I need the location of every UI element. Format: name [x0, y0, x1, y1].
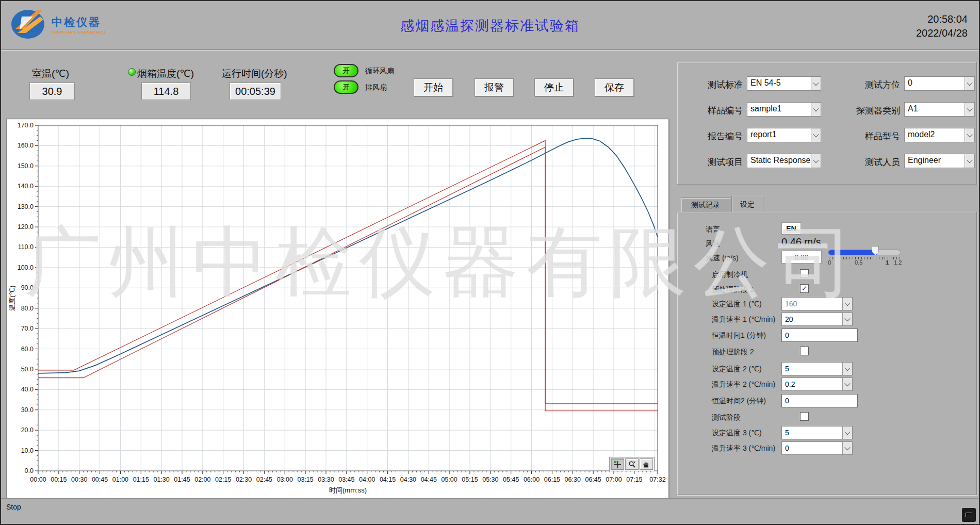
- svg-text:02:45: 02:45: [256, 476, 272, 483]
- svg-text:60.0: 60.0: [21, 346, 34, 353]
- circulation-fan-label: 循环风扇: [365, 67, 394, 76]
- chevron-down-icon[interactable]: [965, 128, 974, 142]
- stage1-label: 预处理阶段 1: [712, 285, 754, 294]
- svg-text:20.0: 20.0: [21, 426, 34, 434]
- hand-icon: [643, 461, 650, 468]
- detector-class-combo[interactable]: A1: [904, 102, 975, 117]
- status-row: 室温(℃) 30.9 烟箱温度(℃) 114.8 运行时间(分秒) 00:05:…: [1, 51, 672, 116]
- chevron-down-icon[interactable]: [842, 442, 852, 454]
- svg-text:140.0: 140.0: [18, 183, 34, 190]
- ramp2-combo[interactable]: 0.2: [781, 378, 853, 391]
- svg-text:160.0: 160.0: [18, 142, 34, 149]
- svg-text:03:45: 03:45: [338, 476, 354, 483]
- bottom-status-bar: Stop: [1, 498, 979, 524]
- hold2-input[interactable]: [781, 394, 858, 407]
- header: 中检仪器 ZHON-JIAN GUANGZHOU 感烟感温探测器标准试验箱 20…: [1, 1, 979, 50]
- circulation-fan-toggle[interactable]: 开: [334, 64, 358, 77]
- stop-button[interactable]: 停止: [534, 78, 574, 96]
- ramp1-value: 20: [782, 313, 842, 325]
- slider-track[interactable]: [828, 250, 901, 255]
- svg-text:00:00: 00:00: [30, 476, 46, 483]
- ramp1-label: 温升速率 1 (℃/min): [712, 315, 775, 324]
- sample-model-combo[interactable]: model2: [904, 128, 975, 142]
- svg-text:40.0: 40.0: [21, 386, 34, 393]
- wind-speed-input[interactable]: [781, 251, 822, 264]
- set-temp1-combo[interactable]: 160: [781, 297, 853, 310]
- svg-text:04:00: 04:00: [359, 476, 375, 483]
- svg-text:80.0: 80.0: [21, 305, 34, 312]
- tester-combo[interactable]: Engineer: [904, 154, 975, 168]
- form-label: 测试项目: [677, 156, 743, 168]
- tester-value: Engineer: [905, 154, 965, 168]
- chart-canvas: 0.010.020.030.040.050.060.070.080.090.01…: [7, 119, 668, 498]
- chevron-down-icon[interactable]: [842, 298, 852, 310]
- set-temp2-combo[interactable]: 5: [781, 362, 853, 375]
- svg-text:110.0: 110.0: [18, 243, 34, 251]
- svg-text:0.0: 0.0: [25, 467, 34, 474]
- svg-text:70.0: 70.0: [21, 325, 34, 332]
- cursor-crosshair-button[interactable]: [611, 458, 624, 470]
- ramp2-value: 0.2: [782, 378, 842, 390]
- tab-records[interactable]: 测试记录: [681, 198, 730, 212]
- svg-text:00:45: 00:45: [92, 476, 108, 483]
- hold1-input[interactable]: [781, 329, 858, 342]
- svg-text:120.0: 120.0: [18, 223, 34, 231]
- room-temp-value: 30.9: [29, 83, 75, 100]
- language-button[interactable]: EN: [781, 222, 801, 235]
- chevron-down-icon[interactable]: [842, 426, 852, 439]
- svg-text:03:30: 03:30: [318, 476, 334, 483]
- status-text: Stop: [6, 503, 21, 511]
- chamber-temp-value: 114.8: [141, 83, 191, 100]
- form-label: 样品编号: [677, 105, 743, 117]
- settings-content: 语言 EN 风速 0.46 m/s 风速 (m/s) 0 0.5 1 1.2 启…: [677, 212, 977, 495]
- slider-tick-label: 1: [886, 259, 889, 266]
- slider-fill: [828, 250, 877, 255]
- hold1-label: 恒温时间1 (分钟): [712, 331, 766, 340]
- set-temp3-combo[interactable]: 5: [781, 426, 853, 439]
- set-temp3-value: 5: [782, 426, 842, 439]
- ramp3-value: 0: [782, 442, 842, 454]
- test-stage-checkbox[interactable]: [800, 412, 809, 421]
- svg-text:01:45: 01:45: [174, 476, 190, 483]
- language-label: 语言: [706, 225, 720, 234]
- temperature-chart: 0.010.020.030.040.050.060.070.080.090.01…: [6, 119, 669, 499]
- zoom-tool-button[interactable]: [625, 458, 639, 470]
- svg-text:30.0: 30.0: [21, 406, 34, 414]
- svg-text:02:15: 02:15: [215, 476, 231, 483]
- chevron-down-icon[interactable]: [965, 77, 974, 90]
- set-temp1-label: 设定温度 1 (℃): [712, 300, 762, 309]
- svg-text:170.0: 170.0: [18, 122, 34, 129]
- svg-text:04:30: 04:30: [400, 476, 416, 483]
- pan-tool-button[interactable]: [640, 458, 653, 470]
- test-info-form: 测试标准 EN 54-5 测试方位 0 样品编号 sample1 探测器类别 A…: [677, 62, 977, 185]
- svg-text:07:00: 07:00: [606, 476, 622, 483]
- start-button[interactable]: 开始: [414, 78, 453, 96]
- chevron-down-icon[interactable]: [842, 378, 852, 390]
- page-title: 感烟感温探测器标准试验箱: [1, 17, 979, 35]
- stage1-checkbox[interactable]: ✓: [800, 284, 809, 293]
- tab-settings[interactable]: 设定: [731, 196, 763, 212]
- test-orientation-combo[interactable]: 0: [904, 76, 975, 91]
- save-button[interactable]: 保存: [595, 78, 634, 96]
- ramp1-combo[interactable]: 20: [781, 313, 853, 326]
- chevron-down-icon[interactable]: [965, 103, 974, 116]
- runtime-value: 00:05:39: [230, 83, 281, 100]
- wind-speed-slider[interactable]: 0 0.5 1 1.2: [828, 245, 901, 266]
- svg-text:05:30: 05:30: [482, 476, 498, 483]
- svg-text:03:15: 03:15: [297, 476, 313, 483]
- magnifier-icon: [628, 461, 636, 468]
- chamber-temp-label: 烟箱温度(℃): [137, 67, 194, 80]
- chevron-down-icon[interactable]: [842, 313, 852, 325]
- chevron-down-icon[interactable]: [842, 363, 852, 375]
- ramp3-combo[interactable]: 0: [781, 441, 853, 455]
- alarm-button[interactable]: 报警: [475, 78, 514, 96]
- exhaust-fan-toggle[interactable]: 开: [334, 80, 358, 94]
- chevron-down-icon[interactable]: [965, 154, 974, 168]
- sample-model-value: model2: [905, 128, 965, 142]
- ramp2-label: 温升速率 2 (℃/min): [712, 380, 775, 389]
- chiller-checkbox[interactable]: [800, 269, 809, 278]
- touch-keyboard-icon[interactable]: [962, 508, 976, 522]
- svg-text:02:30: 02:30: [236, 476, 252, 483]
- stage2-checkbox[interactable]: [800, 347, 809, 355]
- svg-text:06:15: 06:15: [544, 476, 560, 483]
